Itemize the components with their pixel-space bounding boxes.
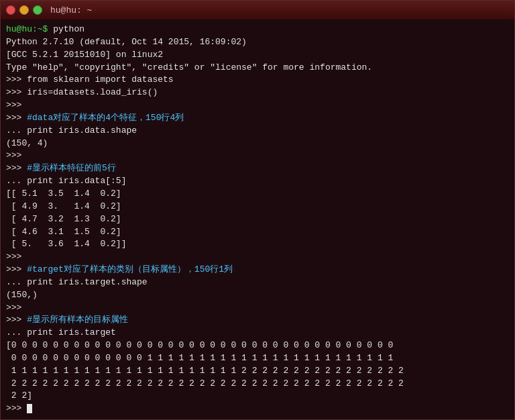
terminal-line: [[ 5.1 3.5 1.4 0.2] <box>6 188 509 201</box>
terminal-line: >>> <box>6 302 509 315</box>
terminal-line: >>> <box>6 403 509 415</box>
terminal-line: ... print iris.target.shape <box>6 276 509 289</box>
terminal-line: >>> #显示所有样本的目标属性 <box>6 314 509 327</box>
terminal-line: >>> #显示样本特征的前5行 <box>6 162 509 175</box>
terminal-line: [0 0 0 0 0 0 0 0 0 0 0 0 0 0 0 0 0 0 0 0… <box>6 339 509 352</box>
terminal-line: [ 4.9 3. 1.4 0.2] <box>6 201 509 213</box>
terminal-line: >>> iris=datasets.load_iris() <box>6 87 509 99</box>
terminal-line: Type "help", "copyright", "credits" or "… <box>6 62 509 74</box>
terminal-line: hu@hu:~$ python <box>6 23 509 36</box>
terminal-line: (150, 4) <box>6 138 509 150</box>
terminal-line: ... print iris.data[:5] <box>6 175 509 188</box>
terminal-line: >>> #target对应了样本的类别（目标属性），150行1列 <box>6 264 509 276</box>
minimize-button[interactable] <box>19 5 29 15</box>
close-button[interactable] <box>6 5 15 15</box>
terminal-line: 2 2] <box>6 390 509 403</box>
terminal-line: Python 2.7.10 (default, Oct 14 2015, 16:… <box>6 36 509 49</box>
terminal-line: (150,) <box>6 289 509 302</box>
terminal-line: >>> <box>6 150 509 162</box>
terminal-line: 1 1 1 1 1 1 1 1 1 1 1 1 1 1 1 1 1 1 1 1 … <box>6 365 509 378</box>
terminal-line: >>> <box>6 99 509 112</box>
terminal-body[interactable]: hu@hu:~$ pythonPython 2.7.10 (default, O… <box>1 19 514 419</box>
terminal-line: [GCC 5.2.1 20151010] on linux2 <box>6 49 509 62</box>
titlebar: hu@hu: ~ <box>1 1 514 19</box>
window-title: hu@hu: ~ <box>50 5 92 15</box>
terminal-line: 2 2 2 2 2 2 2 2 2 2 2 2 2 2 2 2 2 2 2 2 … <box>6 378 509 390</box>
terminal-line: [ 4.6 3.1 1.5 0.2] <box>6 226 509 239</box>
terminal-line: >>> <box>6 251 509 264</box>
terminal-line: ... print iris.target <box>6 327 509 339</box>
terminal-line: [ 4.7 3.2 1.3 0.2] <box>6 213 509 226</box>
terminal-line: >>> from sklearn import datasets <box>6 74 509 87</box>
maximize-button[interactable] <box>33 5 42 15</box>
terminal-line: [ 5. 3.6 1.4 0.2]] <box>6 238 509 251</box>
terminal-line: >>> #data对应了样本的4个特征，150行4列 <box>6 112 509 125</box>
terminal-line: ... print iris.data.shape <box>6 125 509 138</box>
terminal-line: 0 0 0 0 0 0 0 0 0 0 0 0 0 1 1 1 1 1 1 1 … <box>6 352 509 365</box>
cursor <box>27 404 32 413</box>
terminal-window: hu@hu: ~ hu@hu:~$ pythonPython 2.7.10 (d… <box>0 0 515 420</box>
